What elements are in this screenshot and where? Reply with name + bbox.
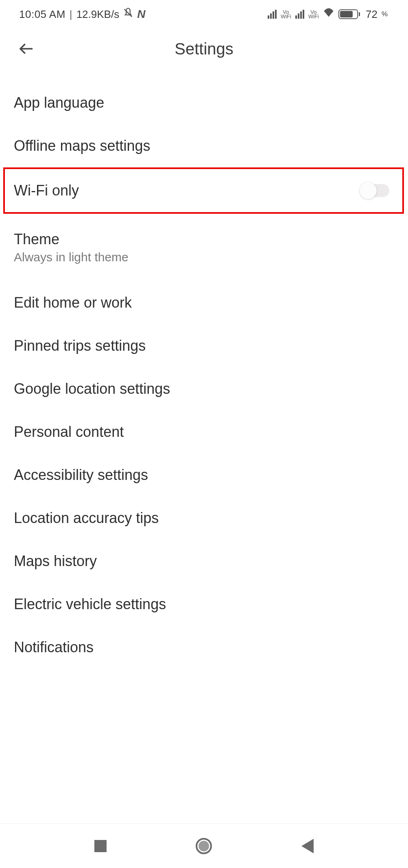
triangle-icon xyxy=(301,839,314,853)
item-sublabel: Always in light theme xyxy=(14,250,129,264)
status-right: VoWiFi VoWiFi 72% xyxy=(268,8,388,21)
item-maps-history[interactable]: Maps history xyxy=(0,540,408,583)
item-pinned-trips[interactable]: Pinned trips settings xyxy=(0,324,408,367)
signal-icon xyxy=(268,10,277,19)
n-icon: N xyxy=(137,8,145,21)
settings-list: App language Offline maps settings Wi-Fi… xyxy=(0,69,408,669)
item-theme[interactable]: Theme Always in light theme xyxy=(0,214,408,277)
item-label: App language xyxy=(14,94,104,111)
android-navbar xyxy=(0,823,408,868)
item-label: Google location settings xyxy=(14,380,170,397)
item-edit-home-work[interactable]: Edit home or work xyxy=(0,277,408,324)
toggle-thumb xyxy=(360,182,377,199)
status-data-rate: 12.9KB/s xyxy=(76,8,120,21)
item-label: Notifications xyxy=(14,639,94,656)
item-google-location[interactable]: Google location settings xyxy=(0,367,408,410)
battery-icon xyxy=(338,9,360,19)
item-wifi-only[interactable]: Wi-Fi only xyxy=(3,167,404,214)
item-label: Wi-Fi only xyxy=(14,182,79,199)
item-ev-settings[interactable]: Electric vehicle settings xyxy=(0,583,408,626)
item-app-language[interactable]: App language xyxy=(0,81,408,124)
signal-icon-2 xyxy=(295,10,304,19)
recents-button[interactable] xyxy=(90,836,111,856)
item-label: Maps history xyxy=(14,553,97,570)
item-location-accuracy[interactable]: Location accuracy tips xyxy=(0,497,408,540)
item-personal-content[interactable]: Personal content xyxy=(0,410,408,454)
item-label: Location accuracy tips xyxy=(14,510,159,527)
home-button[interactable] xyxy=(194,836,214,856)
back-button[interactable] xyxy=(16,39,37,59)
item-label: Pinned trips settings xyxy=(14,337,146,354)
page-header: Settings xyxy=(0,28,408,69)
status-left: 10:05 AM | 12.9KB/s N xyxy=(19,7,145,22)
item-label: Offline maps settings xyxy=(14,137,151,154)
item-label: Theme xyxy=(14,231,129,248)
wifi-only-toggle[interactable] xyxy=(361,184,389,197)
vowifi-icon: VoWiFi xyxy=(281,10,291,19)
item-accessibility[interactable]: Accessibility settings xyxy=(0,454,408,497)
item-label: Accessibility settings xyxy=(14,467,148,484)
item-label: Edit home or work xyxy=(14,294,132,311)
back-nav-button[interactable] xyxy=(297,836,318,856)
vowifi-icon-2: VoWiFi xyxy=(308,10,319,19)
item-offline-maps[interactable]: Offline maps settings xyxy=(0,124,408,167)
wifi-icon xyxy=(323,8,334,21)
battery-percent: 72 xyxy=(366,8,377,21)
square-icon xyxy=(94,840,107,852)
status-bar: 10:05 AM | 12.9KB/s N VoWiFi VoWiFi 72% xyxy=(0,0,408,28)
mute-icon xyxy=(122,7,134,22)
arrow-left-icon xyxy=(18,41,35,57)
battery-percent-symbol: % xyxy=(382,10,388,18)
circle-icon xyxy=(196,838,212,854)
page-title: Settings xyxy=(175,40,233,58)
status-divider: | xyxy=(70,8,72,21)
status-time: 10:05 AM xyxy=(19,8,65,21)
svg-line-0 xyxy=(124,9,132,17)
item-label: Personal content xyxy=(14,423,124,441)
item-notifications[interactable]: Notifications xyxy=(0,626,408,669)
item-label: Electric vehicle settings xyxy=(14,596,166,613)
